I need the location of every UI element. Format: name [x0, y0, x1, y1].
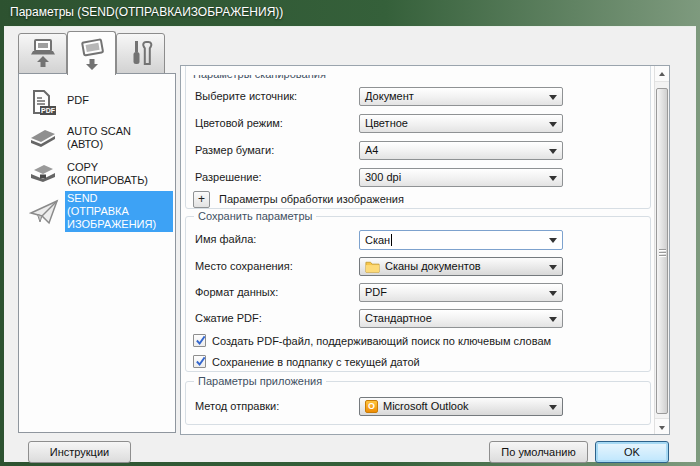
data-format-value: PDF: [365, 284, 387, 301]
save-location-dropdown[interactable]: Сканы документов: [359, 257, 563, 276]
text-caret: [391, 234, 392, 246]
pdf-compression-dropdown[interactable]: Стандартное: [359, 309, 563, 328]
defaults-button[interactable]: По умолчанию: [489, 441, 588, 463]
scan-options-group-label: Параметры сканирования: [193, 75, 393, 81]
paper-plane-icon: [29, 199, 57, 227]
paper-size-dropdown[interactable]: A4: [359, 141, 563, 160]
thumb-grip: [659, 252, 666, 254]
searchable-pdf-checkbox[interactable]: [193, 334, 206, 347]
window-title: Параметры (SEND(ОТПРАВКАИЗОБРАЖЕНИЯ)): [10, 5, 283, 19]
date-subfolder-checkbox[interactable]: [193, 355, 206, 368]
laptop-scan-up-icon: [28, 38, 58, 70]
application-settings-group-label: Параметры приложения: [194, 375, 326, 387]
pdf-compression-label: Сжатие PDF:: [195, 309, 262, 328]
resolution-dropdown[interactable]: 300 dpi: [359, 168, 563, 187]
chevron-down-icon: [549, 95, 557, 100]
save-location-value: Сканы документов: [385, 258, 481, 275]
tab-scan-to-pc[interactable]: [18, 33, 67, 74]
vertical-scrollbar[interactable]: [654, 66, 669, 434]
chevron-down-icon: [549, 176, 557, 181]
send-image-down-icon: [77, 37, 107, 71]
thumb-grip: [659, 249, 666, 251]
settings-panel: Параметры сканирования Выберите источник…: [180, 65, 670, 435]
scrollbar-thumb[interactable]: [656, 88, 668, 414]
triangle-up-icon: [659, 72, 665, 76]
sidebar-item-label: COPY (КОПИРОВАТЬ): [65, 160, 173, 188]
color-mode-label: Цветовой режим:: [195, 114, 283, 133]
yellow-folder-icon: [365, 260, 380, 273]
searchable-pdf-checkbox-label[interactable]: Создать PDF-файл, поддерживающий поиск п…: [212, 334, 551, 348]
image-processing-label: Параметры обработки изображения: [219, 191, 404, 208]
send-method-value: Microsoft Outlook: [383, 398, 469, 415]
save-location-label: Место сохранения:: [195, 257, 293, 276]
chevron-down-icon: [549, 405, 557, 410]
pdf-compression-value: Стандартное: [365, 310, 432, 327]
data-format-dropdown[interactable]: PDF: [359, 283, 563, 302]
ok-button[interactable]: OK: [595, 441, 669, 463]
resolution-value: 300 dpi: [365, 169, 401, 186]
paper-size-label: Размер бумаги:: [195, 141, 274, 160]
titlebar[interactable]: Параметры (SEND(ОТПРАВКАИЗОБРАЖЕНИЯ)): [0, 0, 700, 26]
chevron-down-icon: [549, 265, 557, 270]
outlook-icon: O: [365, 400, 378, 413]
chevron-down-icon: [549, 122, 557, 127]
tab-send-image[interactable]: [67, 31, 116, 75]
date-subfolder-checkbox-label[interactable]: Сохранение в подпапку с текущей датой: [212, 355, 420, 369]
sidebar-item-label: AUTO SCAN (АВТО): [65, 124, 173, 152]
select-source-label: Выберите источник:: [195, 87, 297, 106]
pdf-document-icon: PDF: [29, 89, 57, 117]
dialog-body: PDF PDF AUTO SCAN (АВТО): [4, 26, 696, 462]
file-name-input[interactable]: Скан: [359, 230, 563, 250]
data-format-label: Формат данных:: [195, 283, 278, 302]
sidebar: PDF PDF AUTO SCAN (АВТО): [18, 73, 176, 433]
tab-general-settings[interactable]: [116, 33, 165, 74]
scroll-down-button[interactable]: [655, 418, 670, 434]
select-source-value: Документ: [365, 88, 414, 105]
tools-icon: [128, 39, 154, 69]
file-name-value: Скан: [365, 232, 390, 249]
triangle-down-icon: [659, 426, 665, 430]
chevron-down-icon: [549, 238, 557, 243]
chevron-down-icon: [549, 317, 557, 322]
save-settings-group-label: Сохранить параметры: [194, 210, 316, 222]
color-mode-value: Цветное: [365, 115, 408, 132]
send-method-label: Метод отправки:: [195, 397, 279, 416]
svg-text:PDF: PDF: [41, 107, 56, 114]
file-name-label: Имя файла:: [195, 230, 256, 249]
chevron-down-icon: [549, 149, 557, 154]
flatbed-scanner-icon: [29, 126, 57, 154]
chevron-down-icon: [549, 291, 557, 296]
copier-icon: [29, 162, 57, 190]
instructions-button[interactable]: Инструкции: [28, 441, 131, 463]
resolution-label: Разрешение:: [195, 168, 262, 187]
sidebar-item-label: SEND (ОТПРАВКА ИЗОБРАЖЕНИЯ): [65, 191, 173, 232]
settings-window: Параметры (SEND(ОТПРАВКАИЗОБРАЖЕНИЯ)): [0, 0, 700, 466]
color-mode-dropdown[interactable]: Цветное: [359, 114, 563, 133]
paper-size-value: A4: [365, 142, 378, 159]
select-source-dropdown[interactable]: Документ: [359, 87, 563, 106]
scroll-up-button[interactable]: [655, 66, 670, 82]
image-processing-expander-button[interactable]: +: [193, 191, 210, 208]
sidebar-item-label: PDF: [65, 93, 173, 108]
send-method-dropdown[interactable]: O Microsoft Outlook: [359, 397, 563, 416]
thumb-grip: [659, 255, 666, 257]
